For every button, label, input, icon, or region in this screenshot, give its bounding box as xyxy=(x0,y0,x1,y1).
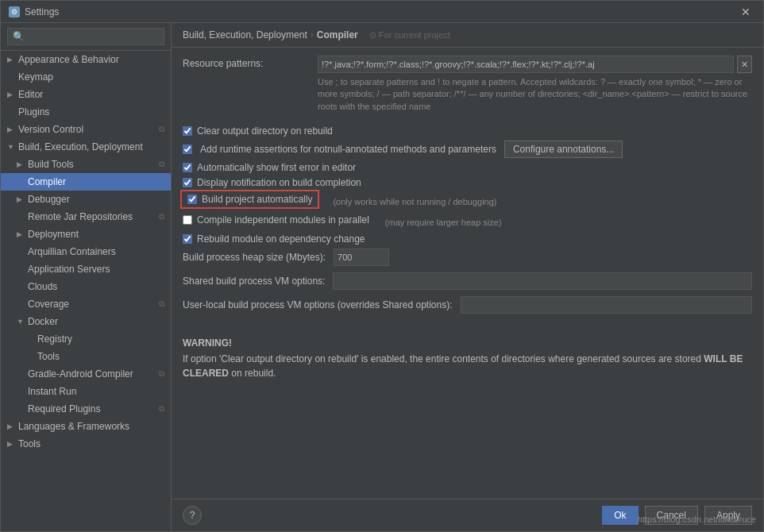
compile-parallel-row: Compile independent modules in parallel xyxy=(183,214,369,226)
shared-vm-input[interactable] xyxy=(333,272,752,290)
sidebar-item-version-control[interactable]: Version Control ⧉ xyxy=(1,121,171,138)
sidebar-item-tools[interactable]: Tools xyxy=(1,435,171,453)
for-project-label: ⊙ For current project xyxy=(369,30,450,40)
sidebar-item-build-tools[interactable]: Build Tools ⧉ xyxy=(1,156,171,173)
resource-patterns-row: Resource patterns: !?*.java;!?*.form;!?*… xyxy=(183,56,752,119)
compile-parallel-checkbox[interactable] xyxy=(183,215,192,225)
build-automatically-label: Build project automatically xyxy=(202,194,312,205)
sidebar-item-label: Tools xyxy=(37,351,60,362)
sidebar-item-gradle-android[interactable]: Gradle-Android Compiler ⧉ xyxy=(1,365,171,383)
help-button[interactable]: ? xyxy=(183,506,202,525)
assertions-label: Add runtime assertions for notnull-annot… xyxy=(200,144,496,155)
sidebar-item-keymap[interactable]: Keymap xyxy=(1,68,171,86)
user-local-vm-input[interactable] xyxy=(461,296,753,314)
clear-output-checkbox[interactable] xyxy=(183,126,192,136)
sidebar-item-remote-jar[interactable]: Remote Jar Repositories ⧉ xyxy=(1,208,171,226)
close-button[interactable]: ✕ xyxy=(736,4,755,20)
clear-output-row: Clear output directory on rebuild xyxy=(183,125,752,137)
title-bar: ⚙ Settings ✕ xyxy=(1,1,763,23)
triangle-icon xyxy=(7,125,15,133)
sidebar-item-label: Instant Run xyxy=(28,386,76,397)
sidebar-item-appearance[interactable]: Appearance & Behavior xyxy=(1,51,171,68)
assertions-checkbox[interactable] xyxy=(183,145,192,154)
rebuild-dependency-row: Rebuild module on dependency change xyxy=(183,233,752,245)
sidebar-item-label: Languages & Frameworks xyxy=(18,421,129,432)
triangle-icon xyxy=(7,422,15,430)
sidebar-item-label: Appearance & Behavior xyxy=(18,54,119,65)
sidebar-item-label: Required Plugins xyxy=(28,403,100,414)
sidebar-item-label: Build, Execution, Deployment xyxy=(18,141,143,152)
warning-title: WARNING! xyxy=(183,337,752,349)
content-area: Build, Execution, Deployment › Compiler … xyxy=(172,23,763,531)
sidebar-item-build-execution[interactable]: Build, Execution, Deployment xyxy=(1,138,171,156)
window-title: Settings xyxy=(25,6,59,17)
sidebar-item-app-servers[interactable]: Application Servers xyxy=(1,260,171,278)
search-box xyxy=(1,23,171,51)
triangle-icon xyxy=(7,56,15,64)
display-notification-checkbox[interactable] xyxy=(183,178,192,187)
sidebar-item-deployment[interactable]: Deployment xyxy=(1,226,171,243)
triangle-icon xyxy=(7,440,15,448)
sidebar-item-label: Build Tools xyxy=(28,159,74,170)
triangle-icon xyxy=(17,318,25,326)
heap-size-input[interactable] xyxy=(334,249,389,266)
title-bar-left: ⚙ Settings xyxy=(9,6,59,17)
sidebar-item-label: Version Control xyxy=(18,124,83,135)
shared-vm-label: Shared build process VM options: xyxy=(183,276,325,287)
configure-annotations-button[interactable]: Configure annotations... xyxy=(504,141,623,158)
copy-icon: ⧉ xyxy=(159,160,164,169)
sidebar-item-languages[interactable]: Languages & Frameworks xyxy=(1,418,171,435)
sidebar-item-label: Debugger xyxy=(28,194,70,205)
build-automatically-row: Build project automatically xyxy=(183,192,317,206)
rebuild-dependency-checkbox[interactable] xyxy=(183,234,192,244)
sidebar-item-editor[interactable]: Editor xyxy=(1,86,171,103)
heap-size-row: Build process heap size (Mbytes): xyxy=(183,249,752,266)
sidebar-item-arquillian[interactable]: Arquillian Containers xyxy=(1,243,171,260)
display-notification-label: Display notification on build completion xyxy=(197,177,361,188)
sidebar-item-plugins[interactable]: Plugins xyxy=(1,103,171,121)
sidebar-item-instant-run[interactable]: Instant Run xyxy=(1,383,171,400)
clear-button[interactable]: ✕ xyxy=(737,56,752,73)
rebuild-dependency-label: Rebuild module on dependency change xyxy=(197,233,365,245)
resource-patterns-input[interactable]: !?*.java;!?*.form;!?*.class;!?*.groovy;!… xyxy=(318,56,734,73)
build-automatically-checkbox[interactable] xyxy=(187,195,197,204)
breadcrumb-separator: › xyxy=(311,29,314,40)
sidebar-item-label: Application Servers xyxy=(28,264,110,275)
copy-icon: ⧉ xyxy=(159,369,164,379)
user-local-vm-label: User-local build process VM options (ove… xyxy=(183,299,453,310)
triangle-icon xyxy=(17,195,25,203)
compile-parallel-label: Compile independent modules in parallel xyxy=(197,214,369,226)
sidebar-item-docker-tools[interactable]: Tools xyxy=(1,348,171,365)
settings-panel: Resource patterns: !?*.java;!?*.form;!?*… xyxy=(172,48,763,499)
settings-window: ⚙ Settings ✕ Appearance & Behavior Keyma… xyxy=(0,0,764,532)
sidebar-item-label: Keymap xyxy=(18,71,53,83)
show-first-error-row: Automatically show first error in editor xyxy=(183,162,752,173)
sidebar-item-docker[interactable]: Docker xyxy=(1,313,171,330)
build-automatically-hint: (only works while not running / debuggin… xyxy=(333,197,496,206)
search-input[interactable] xyxy=(7,28,164,45)
sidebar-item-compiler[interactable]: Compiler xyxy=(1,173,171,191)
sidebar-item-label: Remote Jar Repositories xyxy=(28,211,133,222)
resource-patterns-help: Use ; to separate patterns and ! to nega… xyxy=(318,76,752,113)
watermark: https://blog.csdn.net/lukabruce xyxy=(638,515,756,524)
sidebar-item-required-plugins[interactable]: Required Plugins ⧉ xyxy=(1,400,171,418)
copy-icon: ⧉ xyxy=(159,404,164,414)
sidebar-item-label: Deployment xyxy=(28,229,79,240)
sidebar-item-docker-registry[interactable]: Registry xyxy=(1,330,171,348)
triangle-icon xyxy=(17,160,25,168)
settings-icon: ⚙ xyxy=(9,6,20,17)
sidebar-item-label: Docker xyxy=(28,316,58,327)
sidebar-item-label: Clouds xyxy=(28,281,57,292)
compile-parallel-hint: (may require larger heap size) xyxy=(385,218,502,227)
show-first-error-checkbox[interactable] xyxy=(183,163,192,172)
main-content: Appearance & Behavior Keymap Editor Plug… xyxy=(1,23,763,531)
triangle-icon xyxy=(7,143,15,151)
breadcrumb: Build, Execution, Deployment › Compiler … xyxy=(172,23,763,48)
sidebar-item-debugger[interactable]: Debugger xyxy=(1,191,171,208)
ok-button[interactable]: Ok xyxy=(602,506,638,525)
warning-section: WARNING! If option 'Clear output directo… xyxy=(183,337,752,380)
sidebar-item-coverage[interactable]: Coverage ⧉ xyxy=(1,295,171,313)
copy-icon: ⧉ xyxy=(159,299,164,309)
sidebar: Appearance & Behavior Keymap Editor Plug… xyxy=(1,23,172,531)
sidebar-item-clouds[interactable]: Clouds xyxy=(1,278,171,295)
